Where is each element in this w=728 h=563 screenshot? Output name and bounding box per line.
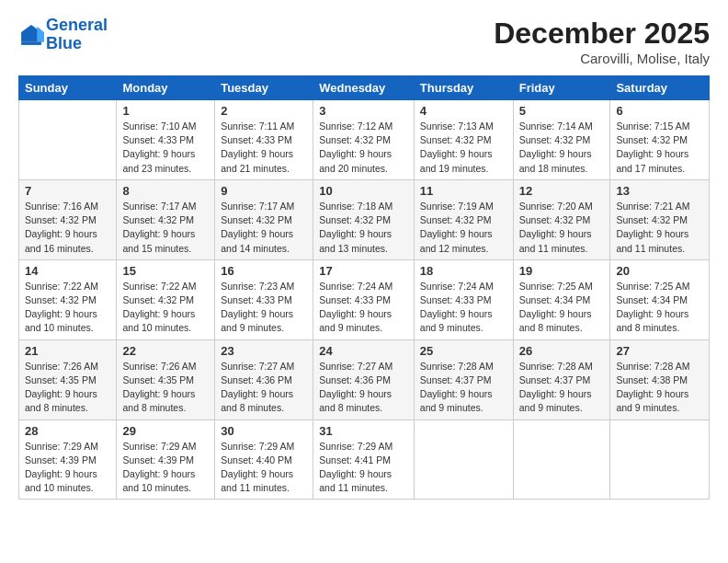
svg-rect-2 <box>21 42 41 45</box>
day-info: Sunrise: 7:26 AMSunset: 4:35 PMDaylight:… <box>25 360 110 416</box>
day-number: 22 <box>122 344 209 358</box>
day-info: Sunrise: 7:12 AMSunset: 4:32 PMDaylight:… <box>319 120 408 176</box>
calendar-cell: 10Sunrise: 7:18 AMSunset: 4:32 PMDayligh… <box>313 179 415 259</box>
day-info: Sunrise: 7:17 AMSunset: 4:32 PMDaylight:… <box>122 200 209 256</box>
calendar-cell <box>19 100 117 180</box>
col-saturday: Saturday <box>610 76 710 100</box>
calendar-cell: 27Sunrise: 7:28 AMSunset: 4:38 PMDayligh… <box>610 339 710 419</box>
day-number: 28 <box>25 424 110 438</box>
col-friday: Friday <box>513 76 610 100</box>
calendar-cell <box>513 419 610 500</box>
location: Carovilli, Molise, Italy <box>494 51 710 66</box>
col-thursday: Thursday <box>414 76 513 100</box>
day-number: 6 <box>616 104 703 118</box>
day-number: 23 <box>221 344 307 358</box>
day-number: 17 <box>319 264 408 278</box>
day-info: Sunrise: 7:27 AMSunset: 4:36 PMDaylight:… <box>319 360 408 416</box>
col-tuesday: Tuesday <box>215 76 313 100</box>
logo-text: General Blue <box>46 17 108 53</box>
calendar-cell: 24Sunrise: 7:27 AMSunset: 4:36 PMDayligh… <box>313 339 415 419</box>
calendar-cell: 23Sunrise: 7:27 AMSunset: 4:36 PMDayligh… <box>215 339 313 419</box>
day-number: 10 <box>319 184 408 198</box>
col-wednesday: Wednesday <box>313 76 415 100</box>
calendar-cell: 8Sunrise: 7:17 AMSunset: 4:32 PMDaylight… <box>117 179 215 259</box>
month-title: December 2025 <box>494 17 710 51</box>
day-info: Sunrise: 7:13 AMSunset: 4:32 PMDaylight:… <box>420 120 507 176</box>
day-info: Sunrise: 7:20 AMSunset: 4:32 PMDaylight:… <box>519 200 605 256</box>
day-number: 18 <box>420 264 507 278</box>
day-info: Sunrise: 7:16 AMSunset: 4:32 PMDaylight:… <box>25 200 110 256</box>
day-info: Sunrise: 7:24 AMSunset: 4:33 PMDaylight:… <box>420 280 507 336</box>
col-sunday: Sunday <box>19 76 117 100</box>
title-block: December 2025 Carovilli, Molise, Italy <box>494 17 710 66</box>
day-info: Sunrise: 7:25 AMSunset: 4:34 PMDaylight:… <box>616 280 703 336</box>
day-number: 20 <box>616 264 703 278</box>
day-info: Sunrise: 7:25 AMSunset: 4:34 PMDaylight:… <box>519 280 605 336</box>
day-info: Sunrise: 7:21 AMSunset: 4:32 PMDaylight:… <box>616 200 703 256</box>
calendar-cell: 28Sunrise: 7:29 AMSunset: 4:39 PMDayligh… <box>19 419 117 500</box>
day-info: Sunrise: 7:29 AMSunset: 4:39 PMDaylight:… <box>122 440 209 496</box>
logo-line2: Blue <box>46 34 82 52</box>
calendar-week-3: 14Sunrise: 7:22 AMSunset: 4:32 PMDayligh… <box>19 259 710 339</box>
day-number: 15 <box>122 264 209 278</box>
day-info: Sunrise: 7:15 AMSunset: 4:32 PMDaylight:… <box>616 120 703 176</box>
calendar-cell: 18Sunrise: 7:24 AMSunset: 4:33 PMDayligh… <box>414 259 513 339</box>
calendar-cell: 7Sunrise: 7:16 AMSunset: 4:32 PMDaylight… <box>19 179 117 259</box>
day-info: Sunrise: 7:14 AMSunset: 4:32 PMDaylight:… <box>519 120 605 176</box>
calendar-cell: 11Sunrise: 7:19 AMSunset: 4:32 PMDayligh… <box>414 179 513 259</box>
calendar-week-4: 21Sunrise: 7:26 AMSunset: 4:35 PMDayligh… <box>19 339 710 419</box>
calendar-cell: 31Sunrise: 7:29 AMSunset: 4:41 PMDayligh… <box>313 419 415 500</box>
day-number: 9 <box>221 184 307 198</box>
calendar-cell: 20Sunrise: 7:25 AMSunset: 4:34 PMDayligh… <box>610 259 710 339</box>
day-number: 30 <box>221 424 307 438</box>
day-number: 1 <box>122 104 209 118</box>
calendar-cell: 25Sunrise: 7:28 AMSunset: 4:37 PMDayligh… <box>414 339 513 419</box>
calendar-cell: 29Sunrise: 7:29 AMSunset: 4:39 PMDayligh… <box>117 419 215 500</box>
day-info: Sunrise: 7:29 AMSunset: 4:40 PMDaylight:… <box>221 440 307 496</box>
calendar-cell: 4Sunrise: 7:13 AMSunset: 4:32 PMDaylight… <box>414 100 513 180</box>
calendar-week-1: 1Sunrise: 7:10 AMSunset: 4:33 PMDaylight… <box>19 100 710 180</box>
day-info: Sunrise: 7:19 AMSunset: 4:32 PMDaylight:… <box>420 200 507 256</box>
calendar-cell: 17Sunrise: 7:24 AMSunset: 4:33 PMDayligh… <box>313 259 415 339</box>
calendar-cell: 19Sunrise: 7:25 AMSunset: 4:34 PMDayligh… <box>513 259 610 339</box>
day-number: 2 <box>221 104 307 118</box>
calendar-cell: 30Sunrise: 7:29 AMSunset: 4:40 PMDayligh… <box>215 419 313 500</box>
calendar-cell: 13Sunrise: 7:21 AMSunset: 4:32 PMDayligh… <box>610 179 710 259</box>
day-number: 31 <box>319 424 408 438</box>
calendar-week-2: 7Sunrise: 7:16 AMSunset: 4:32 PMDaylight… <box>19 179 710 259</box>
day-info: Sunrise: 7:11 AMSunset: 4:33 PMDaylight:… <box>221 120 307 176</box>
col-monday: Monday <box>117 76 215 100</box>
day-number: 3 <box>319 104 408 118</box>
calendar-cell: 2Sunrise: 7:11 AMSunset: 4:33 PMDaylight… <box>215 100 313 180</box>
day-number: 19 <box>519 264 605 278</box>
day-number: 8 <box>122 184 209 198</box>
page: General Blue December 2025 Carovilli, Mo… <box>0 0 728 563</box>
day-number: 16 <box>221 264 307 278</box>
day-number: 21 <box>25 344 110 358</box>
day-number: 25 <box>420 344 507 358</box>
day-number: 4 <box>420 104 507 118</box>
calendar-cell: 6Sunrise: 7:15 AMSunset: 4:32 PMDaylight… <box>610 100 710 180</box>
calendar-cell: 16Sunrise: 7:23 AMSunset: 4:33 PMDayligh… <box>215 259 313 339</box>
day-number: 29 <box>122 424 209 438</box>
calendar-header-row: Sunday Monday Tuesday Wednesday Thursday… <box>19 76 710 100</box>
calendar-week-5: 28Sunrise: 7:29 AMSunset: 4:39 PMDayligh… <box>19 419 710 500</box>
day-number: 14 <box>25 264 110 278</box>
day-info: Sunrise: 7:26 AMSunset: 4:35 PMDaylight:… <box>122 360 209 416</box>
day-number: 26 <box>519 344 605 358</box>
day-number: 5 <box>519 104 605 118</box>
calendar-cell: 3Sunrise: 7:12 AMSunset: 4:32 PMDaylight… <box>313 100 415 180</box>
calendar-cell: 12Sunrise: 7:20 AMSunset: 4:32 PMDayligh… <box>513 179 610 259</box>
day-info: Sunrise: 7:22 AMSunset: 4:32 PMDaylight:… <box>25 280 110 336</box>
logo-line1: General <box>46 16 108 34</box>
day-info: Sunrise: 7:28 AMSunset: 4:37 PMDaylight:… <box>420 360 507 416</box>
day-number: 27 <box>616 344 703 358</box>
day-info: Sunrise: 7:18 AMSunset: 4:32 PMDaylight:… <box>319 200 408 256</box>
calendar-cell: 1Sunrise: 7:10 AMSunset: 4:33 PMDaylight… <box>117 100 215 180</box>
calendar-cell <box>610 419 710 500</box>
day-number: 13 <box>616 184 703 198</box>
calendar-cell: 14Sunrise: 7:22 AMSunset: 4:32 PMDayligh… <box>19 259 117 339</box>
day-info: Sunrise: 7:10 AMSunset: 4:33 PMDaylight:… <box>122 120 209 176</box>
day-info: Sunrise: 7:24 AMSunset: 4:33 PMDaylight:… <box>319 280 408 336</box>
day-info: Sunrise: 7:23 AMSunset: 4:33 PMDaylight:… <box>221 280 307 336</box>
